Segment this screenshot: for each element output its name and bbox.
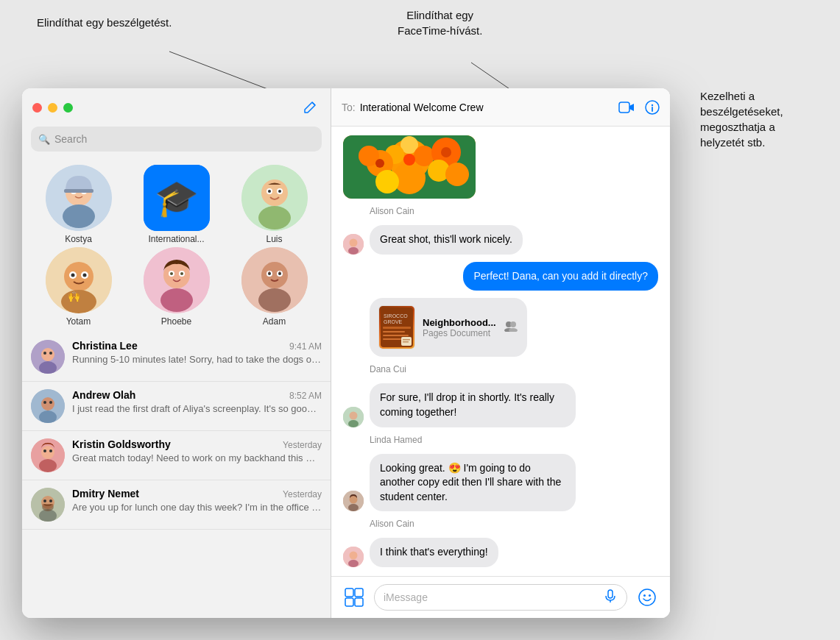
svg-point-60 bbox=[43, 499, 46, 502]
doc-thumbnail: SIROCCO GROVE bbox=[378, 305, 415, 349]
pinned-contact-luis[interactable]: Luis bbox=[227, 165, 322, 244]
titlebar bbox=[22, 88, 331, 127]
bubble-alison1: Great shot, this'll work nicely. bbox=[370, 225, 523, 255]
center-callout: Elindíthat egy FaceTime-hívást. bbox=[398, 7, 482, 38]
conv-content-andrew: Andrew Olah 8:52 AM I just read the firs… bbox=[72, 389, 322, 416]
conv-preview-christina: Running 5-10 minutes late! Sorry, had to… bbox=[72, 353, 322, 366]
svg-text:🙌: 🙌 bbox=[68, 291, 81, 303]
svg-point-103 bbox=[348, 504, 359, 511]
svg-point-79 bbox=[375, 159, 384, 168]
svg-point-25 bbox=[71, 274, 74, 277]
svg-text:GROVE: GROVE bbox=[384, 319, 403, 324]
pinned-name-luis: Luis bbox=[266, 234, 282, 244]
chat-actions bbox=[618, 100, 660, 115]
svg-point-56 bbox=[49, 449, 52, 452]
conv-preview-dmitry: Are you up for lunch one day this week? … bbox=[72, 501, 322, 514]
svg-rect-111 bbox=[608, 590, 613, 598]
conv-name-andrew: Andrew Olah bbox=[72, 389, 135, 401]
minimize-button[interactable] bbox=[48, 103, 57, 113]
pinned-contact-phoebe[interactable]: Phoebe bbox=[129, 247, 224, 327]
pinned-contact-international[interactable]: 🎓 International... bbox=[129, 165, 224, 244]
svg-point-83 bbox=[348, 247, 359, 255]
traffic-lights bbox=[32, 103, 73, 113]
search-bar[interactable]: 🔍 Search bbox=[31, 127, 322, 152]
pinned-name-adam: Adam bbox=[263, 316, 286, 327]
doc-name: Neighborhood... bbox=[423, 317, 496, 328]
svg-rect-110 bbox=[355, 598, 363, 606]
chat-messages: Alison Cain Great shot, this'll work nic… bbox=[331, 127, 670, 576]
svg-point-43 bbox=[41, 348, 54, 361]
conv-item-kristin[interactable]: Kristin Goldsworthy Yesterday Great matc… bbox=[22, 431, 331, 480]
left-callout: Elindíthat egy beszélgetést. bbox=[37, 15, 172, 30]
msg-row-dana: For sure, I'll drop it in shortly. It's … bbox=[343, 383, 658, 427]
sender-label-alison1: Alison Cain bbox=[370, 206, 658, 216]
conv-avatar-dmitry bbox=[31, 488, 65, 522]
svg-point-105 bbox=[350, 552, 358, 560]
svg-point-77 bbox=[445, 163, 469, 186]
pinned-name-kostya: Kostya bbox=[65, 234, 92, 244]
bubble-dana: For sure, I'll drop it in shortly. It's … bbox=[370, 383, 576, 427]
pinned-contact-kostya[interactable]: Kostya bbox=[31, 165, 126, 244]
svg-rect-62 bbox=[619, 102, 629, 113]
svg-point-51 bbox=[49, 401, 52, 404]
doc-info: Neighborhood... Pages Document bbox=[423, 317, 496, 338]
right-callout: Kezelheti a beszélgetéseket, megoszthatj… bbox=[700, 88, 818, 150]
svg-point-46 bbox=[49, 352, 52, 355]
svg-rect-93 bbox=[403, 341, 409, 343]
sender-label-linda: Linda Hamed bbox=[370, 435, 658, 445]
svg-point-99 bbox=[350, 411, 358, 419]
svg-point-33 bbox=[170, 272, 173, 275]
pinned-name-phoebe: Phoebe bbox=[161, 316, 191, 327]
pinned-contact-yotam[interactable]: 🙌 Yotam bbox=[31, 247, 126, 327]
svg-rect-108 bbox=[355, 589, 363, 597]
svg-point-114 bbox=[643, 594, 646, 597]
conv-content-kristin: Kristin Goldsworthy Yesterday Great matc… bbox=[72, 438, 322, 465]
compose-button[interactable] bbox=[300, 97, 320, 118]
chat-group-name: Interational Welcome Crew bbox=[360, 102, 484, 113]
avatar-kostya bbox=[46, 165, 112, 231]
info-button[interactable] bbox=[645, 100, 660, 115]
svg-point-30 bbox=[160, 288, 193, 312]
input-placeholder: iMessage bbox=[384, 591, 428, 603]
svg-point-80 bbox=[441, 147, 451, 157]
svg-rect-88 bbox=[383, 331, 405, 333]
svg-point-21 bbox=[64, 262, 93, 291]
emoji-button[interactable] bbox=[635, 585, 660, 610]
msg-row-alison1: Great shot, this'll work nicely. bbox=[343, 225, 658, 255]
conv-name-christina: Christina Lee bbox=[72, 340, 138, 352]
sender-label-dana: Dana Cui bbox=[370, 364, 658, 374]
svg-rect-92 bbox=[403, 339, 410, 341]
msg-avatar-linda bbox=[343, 491, 364, 511]
conv-avatar-kristin bbox=[31, 438, 65, 472]
conv-item-dmitry[interactable]: Dmitry Nemet Yesterday Are you up for lu… bbox=[22, 480, 331, 530]
svg-point-95 bbox=[510, 321, 516, 327]
close-button[interactable] bbox=[32, 103, 42, 113]
facetime-button[interactable] bbox=[618, 101, 635, 114]
msg-avatar-alison2 bbox=[343, 547, 364, 567]
maximize-button[interactable] bbox=[63, 103, 73, 113]
svg-point-5 bbox=[63, 205, 95, 228]
conv-item-andrew[interactable]: Andrew Olah 8:52 AM I just read the firs… bbox=[22, 382, 331, 431]
svg-rect-89 bbox=[383, 335, 409, 336]
apps-button[interactable] bbox=[342, 585, 367, 610]
conv-item-christina[interactable]: Christina Lee 9:41 AM Running 5-10 minut… bbox=[22, 333, 331, 382]
chat-panel: To: Interational Welcome Crew bbox=[331, 88, 670, 618]
pinned-contacts-grid: Kostya 🎓 International... bbox=[22, 159, 331, 333]
svg-point-55 bbox=[43, 449, 46, 452]
svg-rect-87 bbox=[383, 327, 411, 329]
pinned-name-yotam: Yotam bbox=[66, 316, 91, 327]
svg-point-18 bbox=[268, 190, 271, 193]
message-input[interactable]: iMessage bbox=[374, 584, 627, 611]
pinned-contact-adam[interactable]: Adam bbox=[227, 247, 322, 327]
conv-content-dmitry: Dmitry Nemet Yesterday Are you up for lu… bbox=[72, 488, 322, 514]
svg-rect-90 bbox=[383, 338, 401, 340]
conv-time-kristin: Yesterday bbox=[283, 440, 322, 450]
bubble-outgoing1: Perfect! Dana, can you add it directly? bbox=[463, 262, 658, 291]
avatar-yotam: 🙌 bbox=[46, 247, 112, 313]
conv-time-dmitry: Yesterday bbox=[283, 489, 322, 499]
svg-point-34 bbox=[180, 272, 183, 275]
conv-avatar-andrew bbox=[31, 389, 65, 423]
bubble-alison2: I think that's everything! bbox=[370, 538, 498, 567]
conv-time-andrew: 8:52 AM bbox=[289, 391, 322, 401]
svg-point-54 bbox=[39, 459, 57, 472]
